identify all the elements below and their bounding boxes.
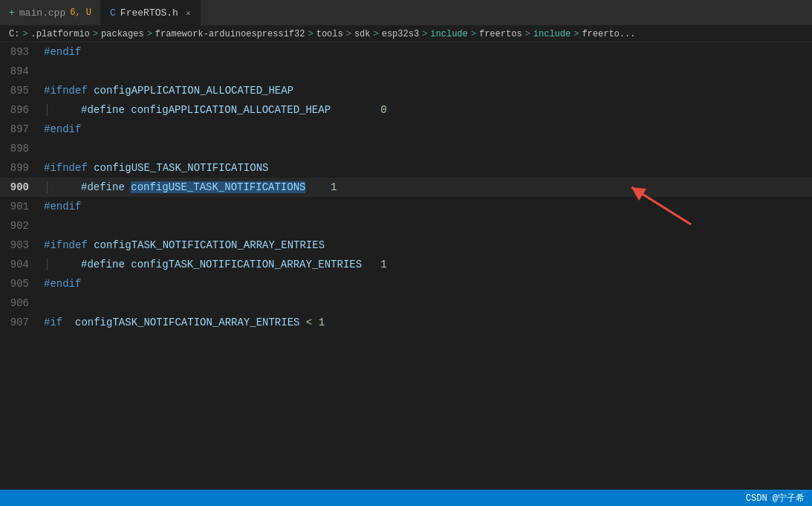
code-area[interactable]: 893 #endif 894 895 #ifndef configAPPLICA… <box>0 42 812 490</box>
code-line-902: 902 <box>0 216 812 236</box>
code-line-901: 901 #endif <box>0 197 812 216</box>
code-line-906: 906 <box>0 293 812 313</box>
code-line-898: 898 <box>0 139 812 158</box>
editor-wrapper: 893 #endif 894 895 #ifndef configAPPLICA… <box>0 42 812 490</box>
breadcrumb-include2: include <box>533 29 571 39</box>
line-content-896: │ #define configAPPLICATION_ALLOCATED_HE… <box>41 104 812 116</box>
line-number-900: 900 <box>0 181 41 193</box>
line-number-902: 902 <box>0 220 41 232</box>
code-line-900: 900 │ #define configUSE_TASK_NOTIFICATIO… <box>0 178 812 197</box>
code-line-896: 896 │ #define configAPPLICATION_ALLOCATE… <box>0 100 812 120</box>
tab-label-main: main.cpp <box>19 7 65 19</box>
line-content-900: │ #define configUSE_TASK_NOTIFICATIONS 1 <box>41 181 812 193</box>
breadcrumb: C: > .platformio > packages > framework-… <box>0 26 812 42</box>
line-number-896: 896 <box>0 104 41 116</box>
line-number-898: 898 <box>0 143 41 155</box>
tab-freertos-h[interactable]: C FreeRTOS.h ✕ <box>101 0 200 25</box>
line-number-906: 906 <box>0 297 41 309</box>
code-line-895: 895 #ifndef configAPPLICATION_ALLOCATED_… <box>0 81 812 100</box>
line-number-897: 897 <box>0 123 41 135</box>
breadcrumb-tools: tools <box>316 29 343 39</box>
code-line-905: 905 #endif <box>0 274 812 293</box>
tab-icon-blue: C <box>110 7 116 19</box>
breadcrumb-include1: include <box>430 29 467 39</box>
line-number-901: 901 <box>0 201 41 213</box>
line-content-904: │ #define configTASK_NOTIFICATION_ARRAY_… <box>41 259 812 270</box>
breadcrumb-sdk: sdk <box>354 29 371 39</box>
line-number-905: 905 <box>0 278 41 290</box>
status-bar: CSDN @宁子希 <box>0 490 812 506</box>
tab-badge: 6, U <box>70 7 91 18</box>
status-text: CSDN @宁子希 <box>746 492 805 505</box>
breadcrumb-packages: packages <box>101 29 144 39</box>
tab-close-button[interactable]: ✕ <box>186 8 191 18</box>
line-content-897: #endif <box>41 123 812 135</box>
line-number-894: 894 <box>0 65 41 77</box>
line-content-905: #endif <box>41 278 812 290</box>
code-line-897: 897 #endif <box>0 120 812 139</box>
breadcrumb-platformio: .platformio <box>31 29 90 39</box>
line-number-904: 904 <box>0 259 41 270</box>
breadcrumb-freertos: freertos <box>479 29 522 39</box>
code-line-893: 893 #endif <box>0 42 812 62</box>
tab-label-freertos: FreeRTOS.h <box>120 7 178 19</box>
code-line-894: 894 <box>0 62 812 81</box>
line-content-907: #if configTASK_NOTIFCATION_ARRAY_ENTRIES… <box>41 317 812 328</box>
line-number-895: 895 <box>0 85 41 97</box>
line-content-893: #endif <box>41 46 812 58</box>
code-line-907: 907 #if configTASK_NOTIFCATION_ARRAY_ENT… <box>0 313 812 332</box>
code-line-899: 899 #ifndef configUSE_TASK_NOTIFICATIONS <box>0 158 812 178</box>
line-number-907: 907 <box>0 317 41 328</box>
line-number-893: 893 <box>0 46 41 58</box>
breadcrumb-esp32s3: esp32s3 <box>382 29 419 39</box>
line-content-895: #ifndef configAPPLICATION_ALLOCATED_HEAP <box>41 85 812 97</box>
title-bar: + main.cpp 6, U C FreeRTOS.h ✕ <box>0 0 812 26</box>
line-content-899: #ifndef configUSE_TASK_NOTIFICATIONS <box>41 162 812 174</box>
line-content-901: #endif <box>41 201 812 213</box>
breadcrumb-freerto: freerto... <box>582 29 635 39</box>
code-line-903: 903 #ifndef configTASK_NOTIFICATION_ARRA… <box>0 236 812 255</box>
line-number-899: 899 <box>0 162 41 174</box>
line-content-903: #ifndef configTASK_NOTIFICATION_ARRAY_EN… <box>41 239 812 251</box>
line-number-903: 903 <box>0 239 41 251</box>
tab-main-cpp[interactable]: + main.cpp 6, U <box>0 0 101 25</box>
tab-icon-green: + <box>9 7 15 19</box>
code-line-904: 904 │ #define configTASK_NOTIFICATION_AR… <box>0 255 812 274</box>
breadcrumb-drive: C: <box>9 29 19 39</box>
breadcrumb-framework: framework-arduinoespressif32 <box>155 29 305 39</box>
